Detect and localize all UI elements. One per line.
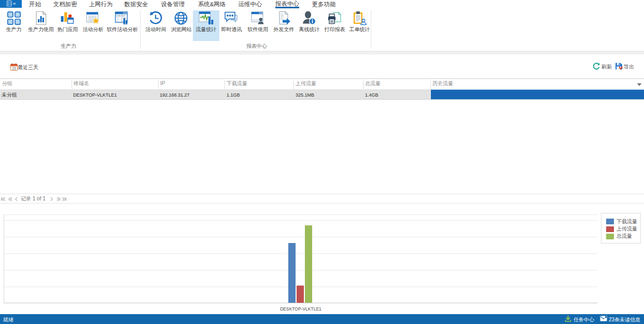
svg-text:23: 23 bbox=[12, 66, 16, 70]
